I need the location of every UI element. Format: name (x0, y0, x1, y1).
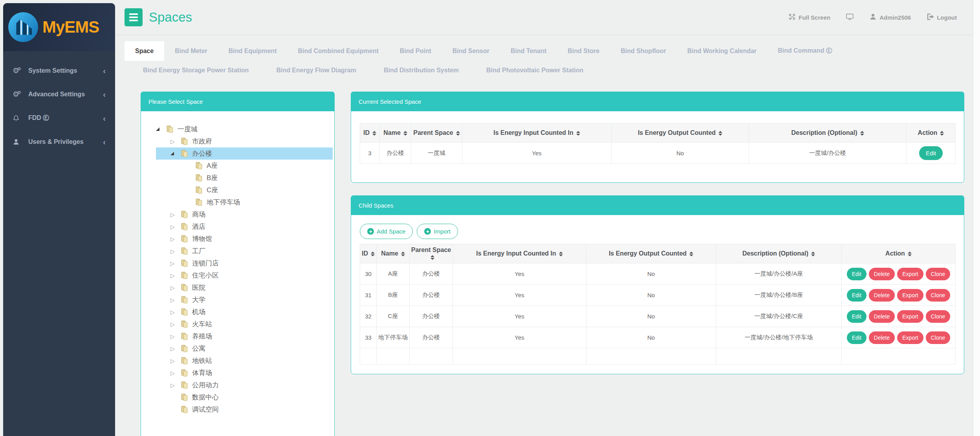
tab-bind-distribution-system[interactable]: Bind Distribution System (370, 61, 473, 79)
tab-bind-shopfloor[interactable]: Bind Shopfloor (610, 41, 677, 61)
tree-node[interactable]: C座 (156, 184, 333, 196)
tree-node[interactable]: ▷医院 (156, 281, 333, 294)
expand-toggle-icon[interactable]: ▷ (170, 346, 180, 351)
page-scrollbar[interactable] (973, 0, 980, 436)
column-header-is-energy-input-counted-in[interactable]: Is Energy Input Counted In (462, 123, 612, 143)
clone-button[interactable]: Clone (926, 331, 951, 344)
tab-bind-command[interactable]: Bind Command Ⓔ (767, 40, 843, 61)
sidebar-toggle-button[interactable] (125, 8, 143, 26)
export-button[interactable]: Export (897, 331, 923, 344)
expand-toggle-icon[interactable]: ▷ (170, 212, 180, 217)
expand-toggle-icon[interactable]: ▷ (170, 334, 180, 339)
tree-node[interactable]: A座 (156, 160, 333, 172)
tree-node[interactable]: ▷养殖场 (156, 330, 333, 342)
tree-node[interactable]: ▷火车站 (156, 318, 333, 330)
tab-bind-store[interactable]: Bind Store (557, 41, 610, 61)
tree-node[interactable]: ▷市政府 (156, 135, 333, 147)
sidebar-item-fdd[interactable]: FDD Ⓔ‹ (3, 106, 115, 130)
tree-node[interactable]: ▷酒店 (156, 221, 333, 233)
expand-toggle-icon[interactable]: ▷ (170, 236, 180, 242)
expand-toggle-icon[interactable]: ▷ (170, 297, 180, 303)
column-header-description-optional[interactable]: Description (Optional) (716, 244, 842, 263)
expand-toggle-icon[interactable]: ▷ (170, 309, 180, 315)
expand-toggle-icon[interactable]: ▷ (170, 248, 180, 254)
tree-node[interactable]: ▷公用动力 (156, 379, 333, 391)
clone-button[interactable]: Clone (926, 268, 951, 280)
expand-toggle-icon[interactable]: ▷ (170, 358, 180, 364)
delete-button[interactable]: Delete (869, 331, 895, 344)
tree-node[interactable]: ▷博物馆 (156, 233, 333, 245)
edit-button[interactable]: Edit (847, 268, 866, 280)
delete-button[interactable]: Delete (869, 268, 895, 280)
edit-button[interactable]: Edit (847, 310, 866, 323)
column-header-action[interactable]: Action (842, 244, 956, 263)
tab-bind-equipment[interactable]: Bind Equipment (218, 41, 288, 61)
expand-toggle-icon[interactable]: ▷ (170, 322, 180, 327)
tab-bind-working-calendar[interactable]: Bind Working Calendar (677, 41, 768, 61)
tree-node[interactable]: 地下停车场 (156, 196, 333, 208)
column-header-parent-space[interactable]: Parent Space (411, 123, 462, 143)
tree-node[interactable]: ▷大学 (156, 294, 333, 306)
tree-node[interactable]: ▷公寓 (156, 342, 333, 355)
column-header-name[interactable]: Name (380, 123, 411, 143)
tab-bind-combined-equipment[interactable]: Bind Combined Equipment (287, 41, 389, 61)
expand-toggle-icon[interactable] (156, 127, 165, 131)
expand-toggle-icon[interactable]: ▷ (170, 261, 180, 266)
tree-node[interactable]: B座 (156, 172, 333, 184)
export-button[interactable]: Export (897, 268, 923, 280)
clone-button[interactable]: Clone (926, 289, 951, 302)
tree-node[interactable]: 一度城 (156, 123, 333, 135)
user-menu[interactable]: Admin2506 (869, 13, 911, 22)
column-header-id[interactable]: ID (360, 123, 380, 143)
tab-bind-energy-storage-power-station[interactable]: Bind Energy Storage Power Station (129, 61, 262, 79)
clone-button[interactable]: Clone (926, 310, 951, 323)
tab-bind-point[interactable]: Bind Point (389, 41, 442, 61)
column-header-parent-space[interactable]: Parent Space (410, 244, 453, 263)
column-header-action[interactable]: Action (907, 123, 956, 143)
tab-bind-photovoltaic-power-station[interactable]: Bind Photovoltaic Power Station (473, 61, 597, 79)
expand-toggle-icon[interactable] (170, 152, 180, 155)
tree-node[interactable]: 办公楼 (156, 147, 333, 160)
tab-space[interactable]: Space (125, 41, 164, 61)
sidebar-item-users-privileges[interactable]: Users & Privileges‹ (3, 130, 115, 154)
expand-toggle-icon[interactable]: ▷ (170, 224, 180, 230)
tree-node[interactable]: ▷工厂 (156, 245, 333, 257)
column-header-description-optional[interactable]: Description (Optional) (749, 123, 907, 143)
logo-block[interactable]: MyEMS (3, 3, 115, 51)
column-header-id[interactable]: ID (360, 244, 377, 263)
column-header-is-energy-output-counted[interactable]: Is Energy Output Counted (612, 123, 749, 143)
edit-button[interactable]: Edit (847, 331, 866, 344)
expand-toggle-icon[interactable]: ▷ (170, 273, 180, 278)
tree-node[interactable]: 数据中心 (156, 391, 333, 403)
tree-node[interactable]: ▷机场 (156, 306, 333, 318)
monitor-button[interactable] (846, 13, 854, 22)
tree-node[interactable]: 调试空间 (156, 403, 333, 416)
logout-button[interactable]: Logout (927, 13, 957, 22)
column-header-is-energy-input-counted-in[interactable]: Is Energy Input Counted In (453, 244, 586, 263)
sidebar-item-system-settings[interactable]: ⚙⚙System Settings‹ (3, 59, 115, 83)
expand-toggle-icon[interactable]: ▷ (170, 370, 180, 376)
expand-toggle-icon[interactable]: ▷ (170, 383, 180, 388)
tree-node[interactable]: ▷地铁站 (156, 355, 333, 367)
import-button[interactable]: +Import (417, 224, 458, 239)
full-screen-button[interactable]: Full Screen (788, 13, 830, 22)
tab-bind-sensor[interactable]: Bind Sensor (442, 41, 500, 61)
delete-button[interactable]: Delete (869, 310, 895, 323)
column-header-name[interactable]: Name (377, 244, 410, 263)
tab-bind-meter[interactable]: Bind Meter (164, 41, 218, 61)
tree-node[interactable]: ▷商场 (156, 208, 333, 221)
expand-toggle-icon[interactable]: ▷ (170, 139, 180, 144)
tab-bind-tenant[interactable]: Bind Tenant (500, 41, 557, 61)
edit-button[interactable]: Edit (847, 289, 866, 302)
edit-button[interactable]: Edit (919, 146, 943, 160)
expand-toggle-icon[interactable]: ▷ (170, 285, 180, 291)
export-button[interactable]: Export (897, 310, 923, 323)
sidebar-item-advanced-settings[interactable]: ⚙⚙Advanced Settings‹ (3, 83, 115, 106)
tab-bind-energy-flow-diagram[interactable]: Bind Energy Flow Diagram (262, 61, 370, 79)
add-space-button[interactable]: +Add Space (360, 224, 413, 239)
column-header-is-energy-output-counted[interactable]: Is Energy Output Counted (586, 244, 716, 263)
tree-node[interactable]: ▷体育场 (156, 367, 333, 379)
tree-node[interactable]: ▷连锁门店 (156, 257, 333, 269)
delete-button[interactable]: Delete (869, 289, 895, 302)
export-button[interactable]: Export (897, 289, 923, 302)
